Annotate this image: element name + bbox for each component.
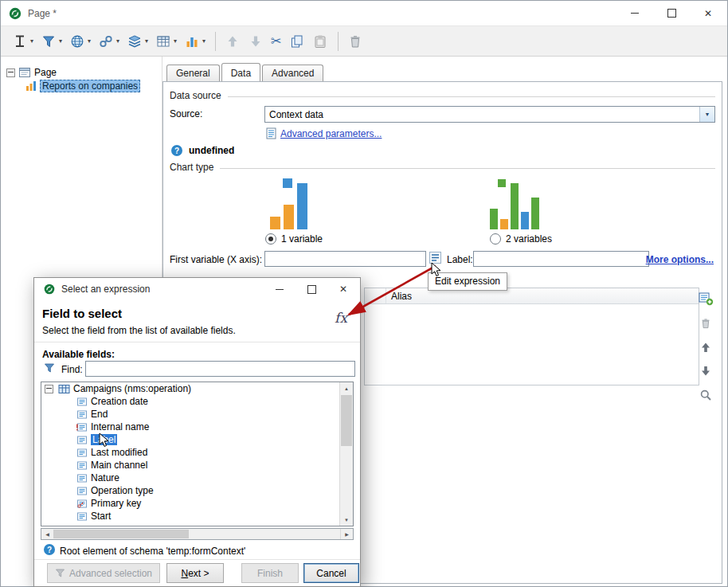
- chevron-down-icon[interactable]: ▾: [30, 37, 33, 45]
- chevron-down-icon[interactable]: ▾: [88, 37, 91, 45]
- scrollbar-thumb[interactable]: [53, 530, 189, 538]
- layers-button[interactable]: ▾: [123, 29, 151, 53]
- find-input[interactable]: [85, 361, 355, 377]
- list-item[interactable]: Primary key: [41, 497, 353, 510]
- list-item-root[interactable]: Campaigns (nms:operation): [41, 382, 353, 395]
- tab-advanced[interactable]: Advanced: [262, 65, 323, 81]
- one-variable-chart-icon[interactable]: [264, 178, 316, 229]
- move-down-icon[interactable]: [699, 365, 712, 378]
- tab-general[interactable]: General: [166, 65, 220, 81]
- first-variable-input[interactable]: [264, 251, 426, 267]
- list-item[interactable]: Internal name: [41, 421, 353, 433]
- title-bar: Page * ✕: [1, 1, 727, 25]
- chart-type-group: Chart type: [170, 162, 715, 173]
- copy-button[interactable]: [286, 29, 308, 53]
- dialog-subheading: Select the field from the list of availa…: [42, 325, 236, 336]
- label-input[interactable]: [473, 251, 649, 267]
- list-item[interactable]: Start: [41, 510, 353, 522]
- tree-item-page[interactable]: Page: [6, 66, 57, 79]
- list-item-label[interactable]: Main channel: [91, 460, 147, 471]
- chevron-down-icon[interactable]: ▾: [145, 37, 148, 45]
- move-up-button[interactable]: [221, 29, 244, 53]
- next-button[interactable]: Next >: [166, 563, 224, 583]
- cancel-button[interactable]: Cancel: [303, 563, 359, 583]
- chevron-down-icon[interactable]: ▾: [202, 37, 205, 45]
- list-item-label[interactable]: Creation date: [91, 396, 148, 407]
- list-item-label[interactable]: Primary key: [91, 498, 141, 509]
- tab-bar: General Data Advanced: [166, 65, 325, 81]
- tree-item-label-selected[interactable]: Reports on companies: [40, 80, 140, 92]
- advanced-parameters[interactable]: Advanced parameters...: [266, 127, 382, 139]
- advanced-parameters-link[interactable]: Advanced parameters...: [280, 128, 382, 139]
- dialog-minimize-button[interactable]: [264, 279, 296, 299]
- collapse-icon[interactable]: [45, 385, 53, 393]
- field-icon: [76, 511, 88, 522]
- web-button[interactable]: ▾: [66, 29, 94, 53]
- alias-table[interactable]: Alias: [364, 288, 699, 385]
- fx-expression-icon[interactable]: fx: [335, 310, 347, 326]
- link-button[interactable]: ▾: [95, 29, 123, 53]
- scroll-down-icon[interactable]: ▼: [340, 514, 353, 526]
- scroll-left-icon[interactable]: ◀: [41, 529, 53, 539]
- list-item-label[interactable]: Nature: [91, 472, 119, 483]
- list-item[interactable]: Nature: [41, 472, 353, 484]
- list-item[interactable]: Main channel: [41, 459, 353, 472]
- two-variables-option[interactable]: 2 variables: [490, 233, 552, 245]
- horizontal-scrollbar[interactable]: ◀ ▶: [41, 528, 354, 540]
- list-item[interactable]: Last modified: [41, 446, 353, 459]
- display-tool-button[interactable]: ▾: [9, 29, 37, 53]
- schema-table-icon: [58, 384, 70, 394]
- paste-button[interactable]: [309, 29, 331, 53]
- maximize-button[interactable]: [653, 2, 690, 25]
- list-item-label[interactable]: Campaigns (nms:operation): [73, 383, 191, 394]
- list-item-label[interactable]: Operation type: [91, 485, 154, 496]
- edit-expression-button[interactable]: [429, 252, 441, 264]
- tree-item-label[interactable]: Page: [34, 67, 57, 78]
- dialog-close-button[interactable]: ✕: [327, 279, 359, 299]
- list-item-label[interactable]: End: [91, 409, 108, 420]
- close-button[interactable]: ✕: [690, 2, 726, 25]
- dropdown-arrow-icon[interactable]: ▼: [699, 107, 714, 122]
- tree-item-report[interactable]: Reports on companies: [22, 80, 140, 92]
- scroll-up-icon[interactable]: ▲: [340, 382, 353, 394]
- vertical-scrollbar[interactable]: ▲ ▼: [339, 382, 353, 526]
- radio-unselected-icon[interactable]: [490, 233, 501, 245]
- chevron-down-icon[interactable]: ▾: [59, 37, 62, 45]
- list-item[interactable]: Operation type: [41, 484, 353, 497]
- list-item-label[interactable]: Start: [91, 511, 111, 522]
- table-button[interactable]: ▾: [152, 29, 180, 53]
- tab-data[interactable]: Data: [221, 63, 260, 81]
- move-up-icon[interactable]: [699, 341, 712, 354]
- delete-button[interactable]: [344, 29, 366, 53]
- cut-button[interactable]: ✂: [268, 29, 284, 53]
- list-item-label[interactable]: Last modified: [91, 447, 147, 458]
- available-fields-list[interactable]: Campaigns (nms:operation) Creation date …: [41, 382, 354, 526]
- list-item-label[interactable]: Label: [91, 434, 117, 445]
- dialog-maximize-button[interactable]: [296, 279, 327, 299]
- list-item-label[interactable]: Internal name: [91, 421, 149, 432]
- advanced-selection-button[interactable]: Advanced selection: [47, 563, 160, 583]
- minimize-button[interactable]: [616, 2, 653, 25]
- finish-button[interactable]: Finish: [241, 563, 299, 583]
- magnifier-icon[interactable]: [699, 389, 712, 401]
- source-dropdown[interactable]: Context data ▼: [264, 106, 715, 123]
- chevron-down-icon[interactable]: ▾: [116, 37, 119, 45]
- filter-button[interactable]: ▾: [37, 29, 65, 53]
- scroll-right-icon[interactable]: ▶: [340, 529, 353, 539]
- collapse-icon[interactable]: [6, 68, 15, 77]
- available-fields-label: Available fields:: [42, 349, 115, 360]
- list-item-selected[interactable]: Label: [41, 433, 353, 446]
- one-variable-option[interactable]: 1 variable: [265, 233, 323, 245]
- chevron-down-icon[interactable]: ▾: [174, 37, 177, 45]
- more-options-link[interactable]: More options...: [646, 254, 714, 265]
- delete-icon[interactable]: [699, 317, 712, 330]
- list-item[interactable]: Creation date: [41, 395, 353, 408]
- add-field-icon[interactable]: [699, 292, 714, 306]
- chart-button[interactable]: ▾: [181, 29, 209, 53]
- scrollbar-thumb[interactable]: [341, 395, 352, 446]
- help-icon: ?: [44, 544, 55, 555]
- move-down-button[interactable]: [245, 29, 267, 53]
- radio-selected-icon[interactable]: [265, 233, 276, 245]
- two-variables-chart-icon[interactable]: [488, 178, 541, 229]
- list-item[interactable]: End: [41, 408, 353, 421]
